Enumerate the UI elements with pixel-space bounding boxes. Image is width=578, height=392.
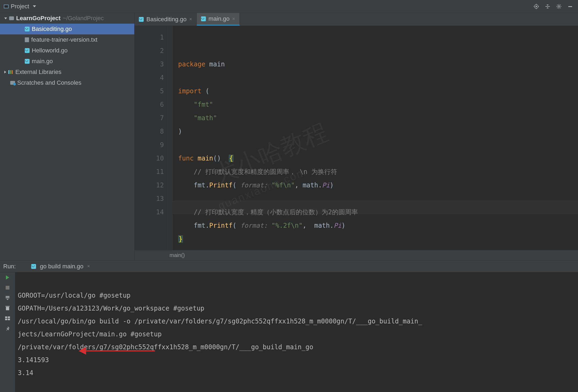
top-bar: Project bbox=[0, 0, 578, 13]
svg-point-1 bbox=[536, 6, 537, 7]
tab-label: main.go bbox=[209, 15, 230, 22]
run-toolbar bbox=[0, 272, 15, 392]
rerun-icon[interactable] bbox=[5, 275, 10, 280]
svg-point-9 bbox=[558, 6, 560, 7]
output-line: 3.14 bbox=[18, 369, 33, 377]
folder-icon bbox=[9, 16, 14, 20]
collapse-all-icon[interactable] bbox=[543, 2, 552, 11]
code-content[interactable]: package main import ( "fmt" "math" ) fun… bbox=[173, 26, 578, 250]
layout-icon[interactable] bbox=[5, 316, 10, 321]
locate-icon[interactable] bbox=[532, 2, 541, 11]
tab-label: Basicediting.go bbox=[146, 16, 186, 23]
tree-file[interactable]: Basicediting.go bbox=[0, 24, 134, 34]
close-icon[interactable]: × bbox=[87, 263, 90, 269]
tree-external-libs[interactable]: External Libraries bbox=[0, 67, 134, 77]
tab-basicediting[interactable]: Basicediting.go × bbox=[135, 13, 197, 26]
tree-root[interactable]: LearnGoProject ~/GolandProjec bbox=[0, 13, 134, 24]
project-tree[interactable]: LearnGoProject ~/GolandProjec Basicediti… bbox=[0, 13, 135, 260]
file-label: Helloworld.go bbox=[32, 47, 68, 54]
root-name: LearnGoProject bbox=[16, 15, 61, 22]
breadcrumb[interactable]: main() bbox=[135, 250, 578, 260]
svg-rect-10 bbox=[568, 6, 572, 7]
svg-rect-19 bbox=[8, 319, 10, 320]
run-config-name[interactable]: go build main.go bbox=[40, 263, 83, 270]
down-stack-icon[interactable] bbox=[5, 295, 10, 300]
run-body: GOROOT=/usr/local/go #gosetup GOPATH=/Us… bbox=[0, 272, 578, 392]
svg-marker-13 bbox=[6, 299, 9, 300]
go-file-icon bbox=[31, 264, 36, 269]
run-header: Run: go build main.go × bbox=[0, 261, 578, 272]
stop-icon[interactable] bbox=[5, 285, 10, 290]
root-path: ~/GolandProjec bbox=[63, 15, 104, 22]
svg-rect-18 bbox=[5, 319, 7, 320]
tree-file[interactable]: main.go bbox=[0, 56, 134, 67]
scratches-label: Scratches and Consoles bbox=[17, 79, 81, 86]
editor-area: Basicediting.go × main.go × 1 2 3 4 5 6 … bbox=[135, 13, 578, 260]
output-line: 3.141593 bbox=[18, 356, 49, 364]
run-label: Run: bbox=[3, 263, 16, 270]
go-file-icon bbox=[201, 16, 206, 21]
file-label: feature-trainer-version.txt bbox=[31, 36, 97, 43]
trash-icon[interactable] bbox=[5, 306, 10, 311]
libraries-icon bbox=[8, 70, 13, 74]
tab-main[interactable]: main.go × bbox=[197, 13, 240, 26]
output-line: /usr/local/go/bin/go build -o /private/v… bbox=[18, 318, 422, 325]
close-icon[interactable]: × bbox=[189, 16, 192, 22]
tree-scratches[interactable]: Scratches and Consoles bbox=[0, 77, 134, 88]
go-file-icon bbox=[25, 27, 30, 31]
run-panel: Run: go build main.go × GOROOT=/usr/loca… bbox=[0, 260, 578, 392]
close-icon[interactable]: × bbox=[232, 16, 235, 22]
output-line: GOPATH=/Users/a123123/Work/go_workspace … bbox=[18, 305, 205, 312]
project-label: Project bbox=[11, 3, 29, 10]
svg-rect-16 bbox=[5, 316, 7, 318]
line-gutter: 1 2 3 4 5 6 7 8 9 10 11 12 13 14 bbox=[135, 26, 168, 250]
sidebar-toolbar bbox=[528, 2, 578, 11]
editor-tabs: Basicediting.go × main.go × bbox=[135, 13, 578, 26]
output-line: jects/LearnGoProject/main.go #gosetup bbox=[18, 330, 162, 338]
svg-rect-15 bbox=[5, 306, 10, 307]
run-output[interactable]: GOROOT=/usr/local/go #gosetup GOPATH=/Us… bbox=[15, 272, 578, 392]
chevron-down-icon bbox=[4, 17, 7, 19]
project-window-icon bbox=[4, 5, 9, 8]
editor-body[interactable]: 1 2 3 4 5 6 7 8 9 10 11 12 13 14 package… bbox=[135, 26, 578, 250]
file-label: main.go bbox=[32, 58, 53, 65]
output-line: /private/var/folders/g7/sg02phc552qffxx1… bbox=[18, 343, 313, 351]
scratches-icon bbox=[10, 81, 15, 85]
tree-file[interactable]: Helloworld.go bbox=[0, 45, 134, 56]
go-file-icon bbox=[25, 48, 30, 53]
svg-rect-17 bbox=[8, 316, 10, 318]
go-file-icon bbox=[139, 17, 144, 22]
chevron-right-icon bbox=[4, 71, 6, 73]
project-dropdown[interactable]: Project bbox=[0, 3, 40, 10]
external-label: External Libraries bbox=[15, 69, 61, 76]
svg-rect-6 bbox=[545, 6, 550, 7]
annotation-arrow bbox=[80, 350, 155, 351]
gear-icon[interactable] bbox=[554, 2, 563, 11]
fold-column[interactable] bbox=[168, 26, 173, 250]
main-split: LearnGoProject ~/GolandProjec Basicediti… bbox=[0, 13, 578, 260]
minimize-icon[interactable] bbox=[566, 2, 575, 11]
breadcrumb-item: main() bbox=[170, 252, 185, 258]
pin-icon[interactable] bbox=[5, 326, 10, 331]
text-file-icon bbox=[25, 37, 29, 42]
tree-file[interactable]: feature-trainer-version.txt bbox=[0, 34, 134, 45]
file-label: Basicediting.go bbox=[32, 26, 72, 33]
chevron-down-icon bbox=[33, 5, 36, 7]
svg-marker-7 bbox=[547, 5, 549, 6]
svg-rect-14 bbox=[6, 307, 9, 310]
output-line: GOROOT=/usr/local/go #gosetup bbox=[18, 292, 131, 299]
svg-rect-11 bbox=[6, 296, 9, 297]
svg-marker-8 bbox=[547, 7, 549, 8]
svg-rect-12 bbox=[6, 297, 9, 298]
go-file-icon bbox=[25, 59, 30, 64]
